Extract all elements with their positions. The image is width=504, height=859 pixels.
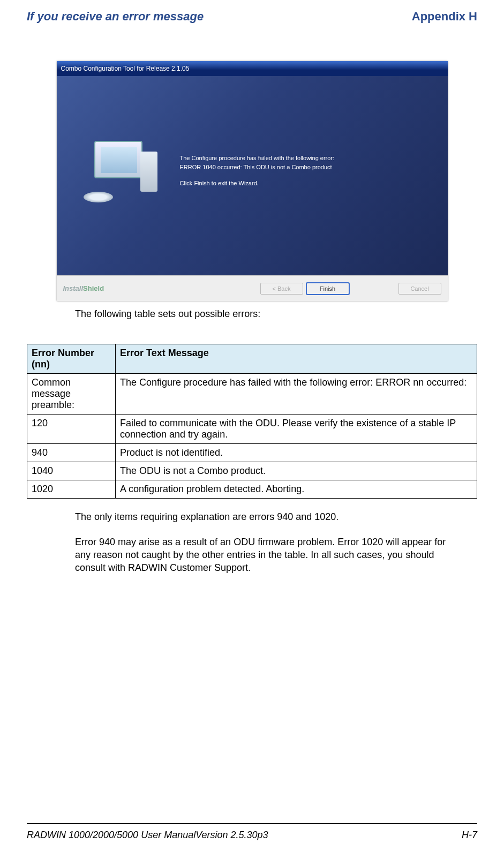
error-text-cell: A configuration problem detected. Aborti…: [116, 480, 477, 499]
back-button[interactable]: < Back: [260, 283, 303, 295]
footer-manual-version: RADWIN 1000/2000/5000 User ManualVersion…: [27, 830, 268, 841]
window-title-bar: Combo Configuration Tool for Release 2.1…: [57, 61, 448, 76]
error-text-cell: The Configure procedure has failed with …: [116, 374, 477, 415]
table-header-error-number: Error Number (nn): [27, 344, 116, 374]
error-number-cell: 120: [27, 415, 116, 444]
wizard-graphic-panel: [57, 76, 180, 275]
wizard-error-line2: ERROR 1040 occurred: This ODU is not a C…: [180, 164, 332, 170]
error-number-cell: 940: [27, 444, 116, 462]
error-text-cell: Product is not identified.: [116, 444, 477, 462]
error-number-cell: 1020: [27, 480, 116, 499]
error-number-cell: Common message preamble:: [27, 374, 116, 415]
wizard-error-line1: The Configure procedure has failed with …: [180, 155, 335, 161]
table-row: 1020 A configuration problem detected. A…: [27, 480, 477, 499]
error-text-cell: The ODU is not a Combo product.: [116, 462, 477, 480]
wizard-finish-instruction: Click Finish to exit the Wizard.: [180, 179, 437, 188]
table-header-error-text: Error Text Message: [116, 344, 477, 374]
explanation-paragraph-1: The only items requiring explanation are…: [75, 510, 461, 523]
computer-icon: [78, 141, 159, 210]
window-title: Combo Configuration Tool for Release 2.1…: [61, 65, 190, 72]
error-table: Error Number (nn) Error Text Message Com…: [27, 344, 477, 499]
page-appendix-label: Appendix H: [412, 10, 477, 24]
cancel-button[interactable]: Cancel: [398, 283, 441, 295]
finish-button[interactable]: Finish: [306, 283, 349, 295]
table-row: 120 Failed to communicate with the ODU. …: [27, 415, 477, 444]
table-row: Common message preamble: The Configure p…: [27, 374, 477, 415]
error-number-cell: 1040: [27, 462, 116, 480]
page-running-title: If you receive an error message: [27, 10, 204, 24]
table-row: 940 Product is not identified.: [27, 444, 477, 462]
wizard-message-panel: The Configure procedure has failed with …: [180, 76, 448, 275]
error-text-cell: Failed to communicate with the ODU. Plea…: [116, 415, 477, 444]
footer-page-number: H-7: [462, 830, 477, 841]
installshield-logo: InstallShield: [63, 284, 104, 292]
wizard-screenshot: Combo Configuration Tool for Release 2.1…: [57, 61, 448, 301]
table-row: 1040 The ODU is not a Combo product.: [27, 462, 477, 480]
explanation-paragraph-2: Error 940 may arise as a result of an OD…: [75, 536, 461, 575]
intro-text: The following table sets out possible er…: [75, 307, 461, 320]
